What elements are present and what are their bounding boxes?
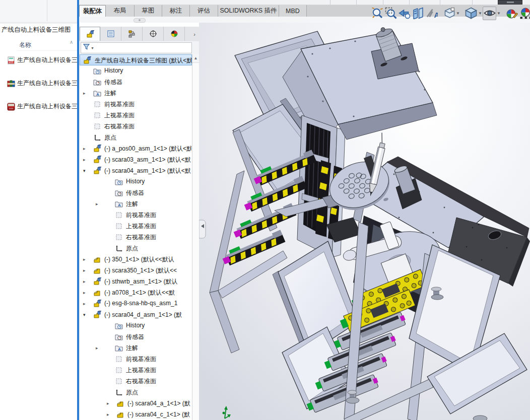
tree-row[interactable]: 上视基准面: [80, 110, 191, 121]
edit-appearance-icon[interactable]: [505, 7, 518, 20]
explorer-file-row[interactable]: 生产线自动上料设备三: [0, 78, 77, 89]
tree-row[interactable]: ▾(-) scara04_d_asm_1<1> (默: [80, 309, 191, 320]
tree-row[interactable]: ▸(-) scara350_1<1> (默认<<: [80, 265, 191, 276]
assembly-icon: [93, 277, 101, 286]
tree-row[interactable]: ▸(-) a0708_1<1> (默认<<默: [80, 287, 191, 298]
expand-arrow-icon[interactable]: ▸: [107, 412, 112, 417]
collapse-arrow-icon[interactable]: ▾: [83, 312, 88, 317]
tree-row[interactable]: 原点: [80, 243, 191, 254]
tree-row[interactable]: ▸(-) scara04_a_1<1> (默: [80, 398, 191, 409]
collapse-arrow-icon[interactable]: ▾: [83, 168, 88, 173]
tree-row[interactable]: ▸A注解: [80, 342, 191, 354]
display-style-dropdown-caret[interactable]: ▼: [478, 7, 483, 20]
ribbon-tab-装配体[interactable]: 装配体: [79, 5, 106, 17]
scroll-up-arrow-icon[interactable]: ▲: [192, 54, 199, 63]
view-orientation-dropdown-caret[interactable]: ▼: [455, 7, 460, 20]
expand-arrow-icon[interactable]: ▸: [107, 401, 112, 406]
previous-view-icon[interactable]: [398, 7, 411, 20]
tree-row[interactable]: ▸(-) scara04_c_1<1> (默: [80, 409, 191, 420]
tree-row[interactable]: ▾(-) scara04_asm_1<1> (默认<默: [80, 165, 191, 176]
apply-scene-icon[interactable]: [518, 7, 530, 20]
tree-row[interactable]: 原点: [80, 387, 191, 398]
tree-row[interactable]: ▸(-) scara03_asm_1<1> (默认<默: [80, 154, 191, 165]
expand-arrow-icon[interactable]: ▸: [83, 91, 88, 96]
expand-arrow-icon[interactable]: ▸: [83, 301, 88, 306]
expand-arrow-icon[interactable]: ▸: [83, 290, 88, 295]
hide-show-items-icon[interactable]: [483, 7, 496, 20]
display-style-icon[interactable]: [464, 7, 478, 20]
zoom-fit-icon[interactable]: [370, 7, 384, 20]
tree-row[interactable]: 上视基准面: [80, 221, 191, 232]
ribbon-tab-草图[interactable]: 草图: [135, 5, 162, 17]
view-orientation-icon[interactable]: [442, 7, 455, 20]
tree-row[interactable]: History: [80, 65, 191, 77]
commandmanager-expand-pill[interactable]: [134, 18, 146, 23]
section-view-icon[interactable]: [411, 7, 425, 20]
tree-item-label: 上视基准面: [126, 222, 191, 231]
ribbon-tab-标注[interactable]: 标注: [162, 5, 190, 17]
panel-tab-dimxpertmanager[interactable]: [143, 27, 164, 41]
tree-row[interactable]: 前视基准面: [80, 354, 191, 365]
ribbon-tab-MBD[interactable]: MBD: [279, 5, 307, 17]
tree-row[interactable]: 原点: [80, 132, 191, 143]
tree-row[interactable]: 传感器: [80, 187, 191, 198]
err-file-icon: ERR: [7, 56, 15, 64]
tree-row[interactable]: 生产线自动上料设备三维图 (默认<默: [80, 54, 192, 65]
tree-row[interactable]: 前视基准面: [80, 99, 191, 110]
tree-filter-input[interactable]: ▼: [81, 42, 192, 53]
expand-arrow-icon[interactable]: ▸: [83, 268, 88, 273]
tree-scrollbar[interactable]: ▲: [192, 54, 200, 420]
tree-item-label: 传感器: [126, 333, 191, 341]
explorer-file-row[interactable]: ERR 生产线自动上料设备三: [0, 54, 77, 66]
explorer-file-row[interactable]: 2020 生产线自动上料设备三: [0, 101, 77, 112]
tree-row[interactable]: 右视基准面: [80, 232, 191, 243]
solidworks-2020-file-icon: 2020: [7, 103, 15, 111]
tree-row[interactable]: 前视基准面: [80, 209, 191, 221]
expand-arrow-icon[interactable]: ▸: [83, 257, 88, 262]
ribbon-tab-SOLIDWORKS 插件[interactable]: SOLIDWORKS 插件: [218, 5, 279, 17]
tree-row[interactable]: ▸A注解: [80, 198, 191, 209]
more-panel-tabs-button[interactable]: ›: [190, 27, 199, 41]
panel-collapse-tab[interactable]: [199, 220, 206, 238]
graphics-viewport[interactable]: [199, 23, 530, 420]
toolbar-separator: [409, 0, 410, 5]
expand-arrow-icon[interactable]: ▸: [83, 157, 88, 162]
expand-arrow-icon[interactable]: ▸: [83, 146, 88, 151]
model-3d-view[interactable]: [199, 23, 530, 420]
tree-row[interactable]: History: [80, 320, 191, 331]
tree-item-label: 原点: [104, 133, 191, 142]
annotation-visibility-icon[interactable]: A: [425, 7, 438, 20]
explorer-file-name: 生产线自动上料设备三: [17, 79, 77, 88]
tree-row[interactable]: History: [80, 176, 191, 187]
tree-row[interactable]: 上视基准面: [80, 365, 191, 376]
panel-tab-featuremanager[interactable]: [80, 27, 100, 41]
expand-arrow-icon[interactable]: ▸: [96, 345, 101, 351]
sort-ascending-icon[interactable]: ∧: [70, 39, 73, 45]
tree-row[interactable]: ▸(-) 350_1<1> (默认<<默认: [80, 254, 191, 265]
tree-item-label: (-) esg-8-sna-hb-qs_asm_1: [104, 300, 191, 307]
explorer-name-column-header[interactable]: 名称: [19, 41, 31, 49]
panel-tab-configurationmanager[interactable]: [121, 27, 143, 41]
plane-icon: [93, 122, 101, 130]
ribbon-tab-评估[interactable]: 评估: [190, 5, 218, 17]
tree-row[interactable]: ▸(-) esg-8-sna-hb-qs_asm_1: [80, 298, 191, 309]
hide-show-items-dropdown-caret[interactable]: ▼: [496, 7, 501, 20]
tree-row[interactable]: ▸(-) sthwrb_asm_1<1> (默认: [80, 276, 191, 287]
filter-dropdown-caret[interactable]: ▼: [91, 46, 94, 50]
tree-row[interactable]: 传感器: [80, 331, 191, 342]
panel-tab-propertymanager[interactable]: [100, 27, 121, 41]
expand-arrow-icon[interactable]: ▸: [83, 279, 88, 284]
tree-row[interactable]: 右视基准面: [80, 121, 191, 132]
annotations-icon: A: [115, 200, 123, 208]
tree-row[interactable]: ▸A注解: [80, 88, 191, 99]
ribbon-tab-布局[interactable]: 布局: [106, 5, 135, 17]
tree-row[interactable]: ▸(-) a_pos00_asm_1<1> (默认<默: [80, 143, 191, 154]
tree-row[interactable]: 传感器: [80, 77, 191, 88]
toolbar-overflow-button[interactable]: [498, 0, 522, 5]
tree-item-label: (-) scara03_asm_1<1> (默认<默: [104, 156, 191, 164]
panel-tab-displaymanager[interactable]: [164, 27, 185, 41]
toolbar-separator: [356, 0, 357, 5]
zoom-area-icon[interactable]: [384, 7, 398, 20]
tree-row[interactable]: 右视基准面: [80, 376, 191, 387]
expand-arrow-icon[interactable]: ▸: [96, 201, 101, 206]
